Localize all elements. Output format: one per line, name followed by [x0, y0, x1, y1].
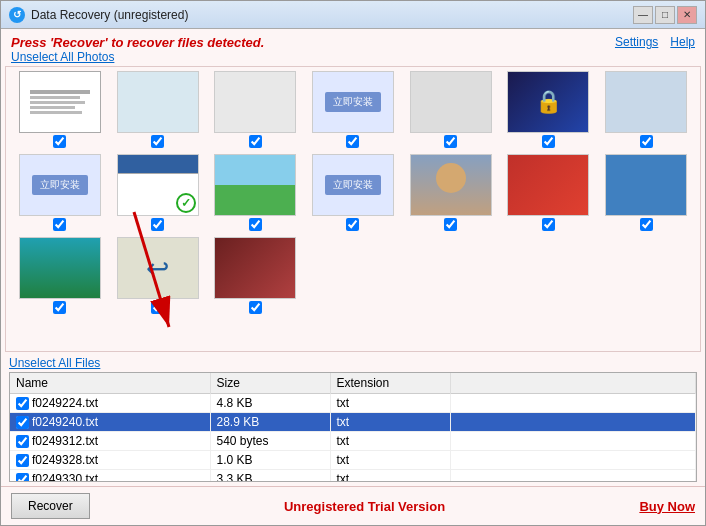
table-row[interactable]: f0249330.txt 3.3 KB txt	[10, 470, 696, 483]
photo-thumb	[19, 71, 101, 133]
photo-checkbox[interactable]	[249, 301, 262, 314]
list-item	[112, 71, 204, 148]
photo-checkbox[interactable]	[444, 218, 457, 231]
file-size-cell: 28.9 KB	[210, 413, 330, 432]
photo-checkbox[interactable]	[542, 135, 555, 148]
minimize-button[interactable]: —	[633, 6, 653, 24]
photo-grid: 立即安装 🔒	[14, 71, 692, 314]
photo-checkbox[interactable]	[346, 218, 359, 231]
file-size-cell: 3.3 KB	[210, 470, 330, 483]
table-row[interactable]: f0249240.txt 28.9 KB txt	[10, 413, 696, 432]
photo-thumb	[19, 237, 101, 299]
file-name-cell: f0249240.txt	[10, 413, 210, 432]
help-link[interactable]: Help	[670, 35, 695, 49]
photo-checkbox[interactable]	[249, 218, 262, 231]
left-top: Press 'Recover' to recover files detecte…	[11, 35, 264, 64]
photo-thumb	[214, 237, 296, 299]
list-item	[14, 71, 106, 148]
file-name: f0249312.txt	[32, 434, 98, 448]
photo-thumb: 立即安装	[19, 154, 101, 216]
list-item	[405, 71, 497, 148]
photo-checkbox[interactable]	[53, 135, 66, 148]
photo-checkbox[interactable]	[640, 218, 653, 231]
photo-thumb	[605, 71, 687, 133]
list-item: 🔒	[503, 71, 595, 148]
file-checkbox[interactable]	[16, 454, 29, 467]
settings-link[interactable]: Settings	[615, 35, 658, 49]
table-row[interactable]: f0249328.txt 1.0 KB txt	[10, 451, 696, 470]
buy-now-link[interactable]: Buy Now	[639, 499, 695, 514]
top-bar: Press 'Recover' to recover files detecte…	[1, 29, 705, 66]
photo-grid-container[interactable]: 立即安装 🔒	[5, 66, 701, 352]
file-empty-cell	[450, 413, 696, 432]
file-checkbox[interactable]	[16, 416, 29, 429]
recover-prompt: Press 'Recover' to recover files detecte…	[11, 35, 264, 50]
photo-thumb	[117, 71, 199, 133]
file-checkbox[interactable]	[16, 435, 29, 448]
photo-checkbox[interactable]	[249, 135, 262, 148]
photo-checkbox[interactable]	[151, 301, 164, 314]
list-item	[209, 237, 301, 314]
bottom-bar: Recover Unregistered Trial Version Buy N…	[1, 486, 705, 525]
photo-checkbox[interactable]	[444, 135, 457, 148]
file-table: Name Size Extension f0249224.txt 4.8 KB …	[10, 373, 696, 482]
photo-checkbox[interactable]	[640, 135, 653, 148]
main-window: ↺ Data Recovery (unregistered) — □ ✕ Pre…	[0, 0, 706, 526]
file-name-cell: f0249330.txt	[10, 470, 210, 483]
list-item	[600, 154, 692, 231]
file-ext-cell: txt	[330, 451, 450, 470]
list-item	[209, 154, 301, 231]
file-ext-cell: txt	[330, 413, 450, 432]
list-item: 立即安装	[307, 154, 399, 231]
table-header-row: Name Size Extension	[10, 373, 696, 394]
file-size-cell: 4.8 KB	[210, 394, 330, 413]
file-checkbox[interactable]	[16, 473, 29, 483]
file-name: f0249330.txt	[32, 472, 98, 482]
photo-thumb	[507, 154, 589, 216]
list-item	[503, 154, 595, 231]
title-bar: ↺ Data Recovery (unregistered) — □ ✕	[1, 1, 705, 29]
photo-checkbox[interactable]	[151, 135, 164, 148]
photo-checkbox[interactable]	[346, 135, 359, 148]
photo-checkbox[interactable]	[542, 218, 555, 231]
list-item: 立即安装	[307, 71, 399, 148]
photo-thumb	[605, 154, 687, 216]
recover-button[interactable]: Recover	[11, 493, 90, 519]
list-item: 立即安装	[14, 154, 106, 231]
photo-thumb: ↩	[117, 237, 199, 299]
photo-thumb: 立即安装	[312, 154, 394, 216]
photo-checkbox[interactable]	[151, 218, 164, 231]
table-row[interactable]: f0249312.txt 540 bytes txt	[10, 432, 696, 451]
col-ext: Extension	[330, 373, 450, 394]
file-empty-cell	[450, 432, 696, 451]
list-item	[600, 71, 692, 148]
list-item	[209, 71, 301, 148]
col-size: Size	[210, 373, 330, 394]
file-size-cell: 1.0 KB	[210, 451, 330, 470]
file-table-container[interactable]: Name Size Extension f0249224.txt 4.8 KB …	[9, 372, 697, 482]
file-name-cell: f0249328.txt	[10, 451, 210, 470]
maximize-button[interactable]: □	[655, 6, 675, 24]
photo-thumb: 立即安装	[312, 71, 394, 133]
col-name: Name	[10, 373, 210, 394]
title-bar-buttons: — □ ✕	[633, 6, 697, 24]
photo-thumb	[214, 71, 296, 133]
photo-thumb	[117, 154, 199, 216]
unselect-all-photos-link[interactable]: Unselect All Photos	[11, 50, 114, 64]
file-empty-cell	[450, 470, 696, 483]
photo-thumb	[410, 154, 492, 216]
photo-checkbox[interactable]	[53, 218, 66, 231]
file-name-cell: f0249312.txt	[10, 432, 210, 451]
trial-text: Unregistered Trial Version	[284, 499, 445, 514]
file-ext-cell: txt	[330, 470, 450, 483]
file-checkbox[interactable]	[16, 397, 29, 410]
close-button[interactable]: ✕	[677, 6, 697, 24]
file-name: f0249224.txt	[32, 396, 98, 410]
check-overlay	[176, 193, 196, 213]
file-name: f0249240.txt	[32, 415, 98, 429]
table-row[interactable]: f0249224.txt 4.8 KB txt	[10, 394, 696, 413]
file-ext-cell: txt	[330, 394, 450, 413]
unselect-all-files-link[interactable]: Unselect All Files	[9, 356, 100, 370]
install-label: 立即安装	[325, 92, 381, 112]
photo-checkbox[interactable]	[53, 301, 66, 314]
